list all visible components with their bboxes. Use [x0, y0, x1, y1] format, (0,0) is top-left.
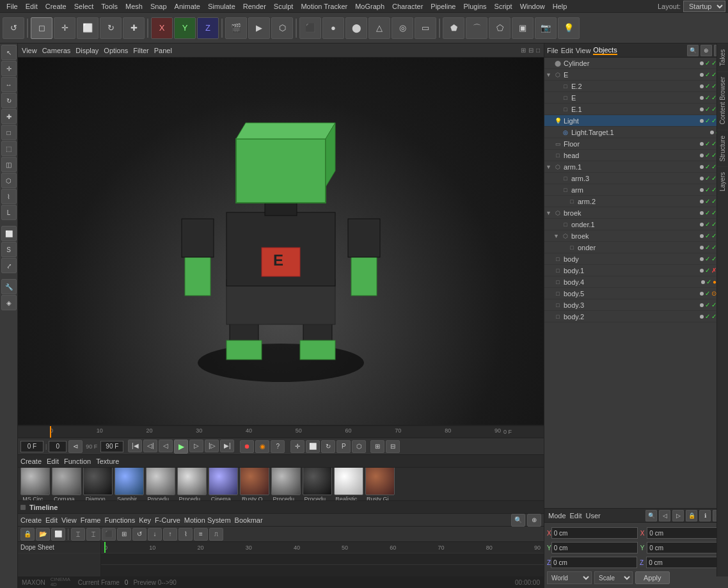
left-tool-2[interactable]: ↔ [1, 77, 17, 92]
menu-plugins[interactable]: Plugins [459, 3, 490, 10]
obj-search-btn[interactable]: 🔍 [687, 45, 699, 56]
obj-row-body[interactable]: □ body ✓ ✓ [544, 253, 728, 265]
tl-tool-4[interactable]: ⌶ [86, 528, 100, 541]
menu-mograph[interactable]: MoGraph [351, 3, 388, 10]
left-tool-3[interactable]: ↻ [1, 93, 17, 108]
side-tab-layers[interactable]: Layers [717, 166, 728, 196]
attr-nav-btn[interactable]: ◁ [659, 510, 670, 521]
current-frame-input[interactable] [20, 441, 44, 452]
obj-row-lighttarget[interactable]: ◎ Light.Target.1 ✓ ✓ [544, 127, 728, 138]
camera-btn[interactable]: 📷 [535, 17, 557, 39]
obj-row-body1[interactable]: □ body.1 ✓ ✗ [544, 265, 728, 276]
obj-row-floor[interactable]: ▭ Floor ✓ ✓ [544, 138, 728, 150]
menu-simulate[interactable]: Simulate [204, 3, 239, 10]
obj-row-cylinder[interactable]: ⬤ Cylinder ✓ ✓ [544, 58, 728, 69]
obj-tab-view[interactable]: View [576, 47, 591, 54]
playback-btn[interactable]: ▶ [248, 17, 270, 39]
obj-row-broek-group[interactable]: ▼ ⬡ broek ✓ ✓ [544, 207, 728, 219]
material-2[interactable]: Diamon... [83, 468, 113, 500]
end-frame-input[interactable] [100, 441, 123, 452]
move-key-btn[interactable]: ✛ [290, 440, 305, 453]
tl-tool-10[interactable]: ⌇ [178, 528, 193, 541]
model-mode-btn[interactable]: ◻ [31, 17, 52, 39]
obj-row-onder[interactable]: □ onder ✓ ✓ [544, 242, 728, 253]
timeline-tracks[interactable]: 0 10 20 30 40 50 60 70 80 90 [101, 542, 544, 576]
viewport-menu-panel[interactable]: Panel [154, 47, 172, 54]
render-region-btn[interactable]: ⬡ [271, 17, 293, 39]
material-7[interactable]: Rusty O... [240, 468, 269, 500]
pos-key-btn[interactable]: P [336, 440, 351, 453]
tl-tool-5[interactable]: ⬛ [102, 528, 116, 541]
obj-filter-btn[interactable]: ⊕ [700, 45, 712, 56]
z-axis-btn[interactable]: Z [197, 17, 219, 39]
left-tool-8[interactable]: ⬡ [1, 173, 17, 188]
cone-btn[interactable]: △ [368, 17, 390, 39]
left-tool-15[interactable]: ◈ [1, 295, 17, 310]
tl-search-btn[interactable]: 🔍 [511, 514, 525, 527]
tl-tool-8[interactable]: ↓ [148, 528, 162, 541]
cylinder-btn[interactable]: ⬤ [345, 17, 367, 39]
x-axis-btn[interactable]: X [151, 17, 173, 39]
tl-tool-0[interactable]: 🔒 [20, 528, 35, 541]
menu-sculpt[interactable]: Sculpt [270, 3, 297, 10]
menu-character[interactable]: Character [388, 3, 427, 10]
left-tool-4[interactable]: ✚ [1, 109, 17, 124]
side-tab-takes[interactable]: Takes [717, 44, 728, 71]
all-btn[interactable]: ✚ [123, 17, 145, 39]
material-6[interactable]: Cinema... [209, 468, 238, 500]
obj-row-arm2[interactable]: □ arm.2 ✓ ✓ [544, 196, 728, 207]
left-tool-12[interactable]: S [1, 242, 17, 257]
obj-row-E-group[interactable]: ▼ ⬡ E ✓ ✓ [544, 69, 728, 81]
obj-row-body4[interactable]: □ body.4 ✓ ● [544, 276, 728, 288]
menu-create[interactable]: Create [42, 3, 70, 10]
attr-info-btn[interactable]: ℹ [699, 510, 711, 521]
left-tool-14[interactable]: 🔧 [1, 279, 17, 294]
attr-tab-user[interactable]: User [586, 512, 601, 520]
keyframe-btn[interactable]: ⬡ [352, 440, 366, 453]
mat-menu-texture[interactable]: Texture [96, 457, 119, 465]
snap-time-btn[interactable]: ⊞ [370, 440, 384, 453]
light-btn[interactable]: 💡 [558, 17, 580, 39]
tl-tool-12[interactable]: ⎍ [209, 528, 223, 541]
left-tool-5[interactable]: □ [1, 125, 17, 140]
obj-tab-file[interactable]: File [547, 47, 558, 54]
rotate-btn[interactable]: ↻ [100, 17, 122, 39]
tl-menu-edit[interactable]: Edit [45, 516, 58, 524]
obj-row-body3[interactable]: □ body.3 ✓ ✓ [544, 299, 728, 311]
play-btn[interactable]: ▶ [174, 440, 188, 454]
menu-snap[interactable]: Snap [146, 3, 171, 10]
tl-menu-bookmar[interactable]: Bookmar [235, 516, 263, 524]
mat-menu-create[interactable]: Create [20, 457, 42, 465]
viewport-menu-display[interactable]: Display [75, 47, 99, 54]
cube-btn[interactable]: ⬛ [299, 17, 321, 39]
tl-menu-functions[interactable]: Functions [104, 516, 135, 524]
tl-tool-7[interactable]: ↺ [132, 528, 146, 541]
mat-menu-edit[interactable]: Edit [47, 457, 59, 465]
obj-row-arm1[interactable]: ▼ ⬡ arm.1 ✓ ✓ [544, 161, 728, 173]
mat-menu-function[interactable]: Function [64, 457, 91, 465]
obj-row-body2[interactable]: □ body.2 ✓ ✓ [544, 311, 728, 322]
torus-btn[interactable]: ◎ [392, 17, 413, 39]
scrubber-bar[interactable]: 0 10 20 30 40 50 60 70 80 90 [18, 425, 544, 438]
viewport-fullscreen-btn[interactable]: □ [536, 47, 540, 54]
tl-tool-2[interactable]: ⬜ [51, 528, 65, 541]
obj-row-arm[interactable]: □ arm ✓ ✓ [544, 184, 728, 196]
tl-magnet-btn[interactable]: ⊕ [527, 514, 541, 527]
tl-tool-6[interactable]: ⊞ [117, 528, 131, 541]
layout-dropdown[interactable]: Startup [683, 1, 725, 12]
tl-menu-motionsystem[interactable]: Motion System [184, 516, 231, 524]
attr-z-rot[interactable] [646, 557, 728, 568]
left-tool-1[interactable]: ✛ [1, 61, 17, 76]
viewport-menu-view[interactable]: View [22, 47, 37, 54]
obj-row-head[interactable]: □ head ✓ ✓ [544, 150, 728, 161]
next-key-btn[interactable]: |▷ [205, 440, 219, 452]
transform-type-dropdown[interactable]: Scale Move Rotate [594, 571, 633, 584]
attr-lock-btn[interactable]: 🔒 [686, 510, 697, 521]
y-axis-btn[interactable]: Y [174, 17, 196, 39]
viewport-3d[interactable]: E [18, 58, 544, 425]
left-tool-10[interactable]: L [1, 205, 17, 220]
material-10[interactable]: Realistic... [334, 468, 363, 500]
film-btn[interactable]: 🎬 [225, 17, 247, 39]
start-frame-btn[interactable]: ⊲ [68, 440, 83, 453]
mograph-btn[interactable]: ▣ [512, 17, 534, 39]
